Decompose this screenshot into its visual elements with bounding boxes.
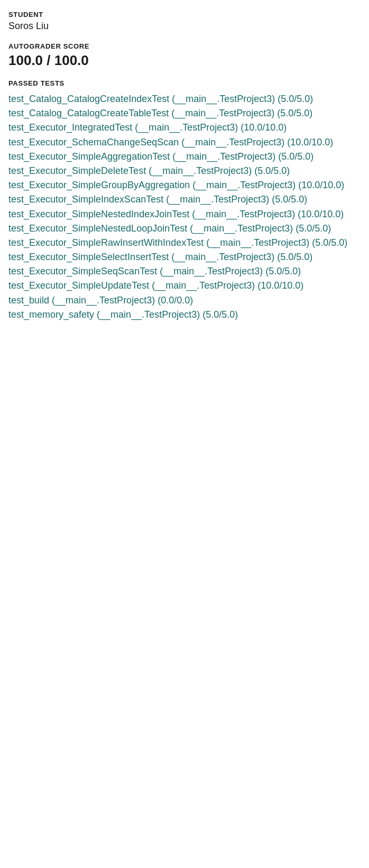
test-item[interactable]: test_Executor_SimpleAggregationTest (__m… (8, 150, 361, 163)
test-item[interactable]: test_build (__main__.TestProject3) (0.0/… (8, 294, 361, 307)
test-item[interactable]: test_Catalog_CatalogCreateTableTest (__m… (8, 107, 361, 120)
test-item[interactable]: test_Executor_SimpleUpdateTest (__main__… (8, 279, 361, 292)
student-name: Soros Liu (8, 21, 361, 32)
autograder-section: AUTOGRADER SCORE 100.0 / 100.0 (8, 42, 361, 69)
test-item[interactable]: test_memory_safety (__main__.TestProject… (8, 308, 361, 321)
passed-tests-label: PASSED TESTS (8, 79, 361, 87)
test-item[interactable]: test_Catalog_CatalogCreateIndexTest (__m… (8, 93, 361, 106)
test-item[interactable]: test_Executor_SimpleRawInsertWithIndexTe… (8, 236, 361, 250)
passed-tests-list: test_Catalog_CatalogCreateIndexTest (__m… (8, 93, 361, 321)
student-label: STUDENT (8, 11, 361, 19)
test-item[interactable]: test_Executor_SimpleIndexScanTest (__mai… (8, 193, 361, 206)
test-item[interactable]: test_Executor_SimpleSelectInsertTest (__… (8, 251, 361, 264)
test-item[interactable]: test_Executor_SimpleGroupByAggregation (… (8, 179, 361, 192)
test-item[interactable]: test_Executor_SchemaChangeSeqScan (__mai… (8, 136, 361, 149)
student-section: STUDENT Soros Liu (8, 11, 361, 32)
test-item[interactable]: test_Executor_IntegratedTest (__main__.T… (8, 121, 361, 134)
test-item[interactable]: test_Executor_SimpleNestedIndexJoinTest … (8, 208, 361, 221)
test-item[interactable]: test_Executor_SimpleNestedLoopJoinTest (… (8, 222, 361, 235)
test-item[interactable]: test_Executor_SimpleSeqScanTest (__main_… (8, 265, 361, 278)
autograder-label: AUTOGRADER SCORE (8, 42, 361, 50)
passed-tests-section: PASSED TESTS test_Catalog_CatalogCreateI… (8, 79, 361, 321)
autograder-score: 100.0 / 100.0 (8, 52, 361, 69)
test-item[interactable]: test_Executor_SimpleDeleteTest (__main__… (8, 164, 361, 178)
